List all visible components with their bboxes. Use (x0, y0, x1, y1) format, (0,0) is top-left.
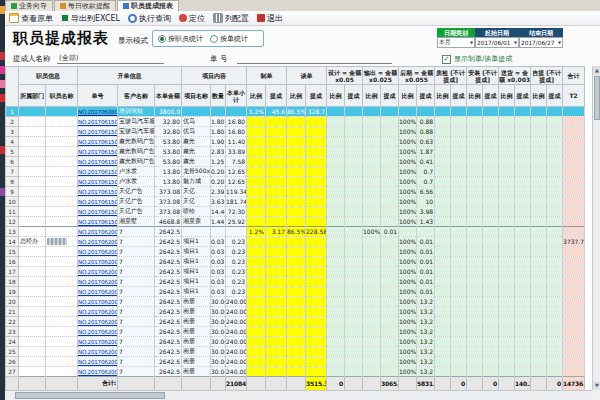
table-row[interactable]: 15NO.2017062000172642.5项目10.030.23100%0.… (6, 247, 585, 257)
scroll-up-icon[interactable]: ▲ (593, 66, 600, 75)
order-link[interactable]: NO.20170615012 (78, 149, 118, 155)
table-row[interactable]: 9NO.20170615015天亿广告373.08天亿2.39119.34100… (6, 187, 585, 197)
red-icon[interactable] (0, 146, 5, 154)
cell-num[interactable]: 14 (6, 237, 19, 247)
table-row[interactable]: 18NO.2017062000172642.5项目10.030.23100%0.… (6, 277, 585, 287)
orange-icon[interactable] (0, 6, 5, 14)
col-header-zj_t[interactable]: 提成 (451, 85, 467, 107)
cell-num[interactable]: 15 (6, 247, 19, 257)
col-header-amount[interactable]: 本单金额 (155, 85, 182, 107)
col-header-name[interactable]: 职员名称 (46, 85, 78, 107)
tab-3[interactable]: 职员提成报表 (117, 0, 179, 11)
order-link[interactable]: NO.20170620001 (78, 309, 118, 315)
order-link[interactable]: NO.20170615012 (78, 139, 118, 145)
pink-icon[interactable] (0, 80, 5, 88)
table-row[interactable]: 16NO.2017062000172642.5项目10.030.23100%0.… (6, 257, 585, 267)
table-row[interactable]: 5NO.20170615012鑫光数码广告53.80鑫光2.8333.89100… (6, 147, 585, 157)
group-header-9[interactable]: 质检 [不计提成] (435, 67, 467, 85)
col-header-hq_r[interactable]: 比例 (399, 85, 417, 107)
cell-num[interactable]: 22 (6, 317, 19, 327)
cell-num[interactable]: 5 (6, 147, 19, 157)
tab-1[interactable]: 业务向导 (5, 0, 53, 11)
order-link[interactable]: NO.20170615011 (78, 129, 118, 135)
red-icon[interactable] (0, 94, 5, 102)
date-dropdown-1[interactable]: 本月▼ (437, 37, 475, 48)
cell-num[interactable]: 1 (6, 107, 19, 117)
cell-num[interactable]: 27 (6, 367, 19, 377)
col-header-zj_r[interactable]: 比例 (435, 85, 451, 107)
group-header-3[interactable]: 项目内容 (182, 67, 247, 85)
cell-num[interactable]: 24 (6, 337, 19, 347)
cell-num[interactable]: 6 (6, 157, 19, 167)
magenta-icon[interactable] (0, 66, 5, 74)
tab-2[interactable]: 每日收款提醒 (54, 0, 116, 11)
order-link[interactable]: NO.20170620001 (78, 269, 118, 275)
col-header-item[interactable]: 项目名称 (182, 85, 211, 107)
table-row[interactable]: 26NO.2017062000172642.5画册30.00240.00100%… (6, 357, 585, 367)
table-row[interactable]: 8NO.20170615014卢水发13.80魅力城0.2012.65100%0… (6, 177, 585, 187)
cell-num[interactable]: 9 (6, 187, 19, 197)
table-row[interactable]: 7NO.20170615013卢水发13.80龙骨500x50x50.2012.… (6, 167, 585, 177)
side-dock[interactable] (0, 0, 5, 400)
col-header-sh_r[interactable]: 比例 (499, 85, 515, 107)
col-header-subtotal[interactable]: 本单小计 (226, 85, 247, 107)
horizontal-scrollbar[interactable] (5, 390, 592, 400)
order-link[interactable]: NO.20170620001 (78, 339, 118, 345)
purple-icon[interactable] (0, 188, 5, 196)
cell-num[interactable]: 2 (6, 117, 19, 127)
cell-num[interactable]: 4 (6, 137, 19, 147)
table-row[interactable]: 11NO.20170615015天亿广告373.08喷绘14.4672.3010… (6, 207, 585, 217)
order-link[interactable]: NO.20170615015 (78, 189, 118, 195)
group-header-4[interactable]: 制单 (247, 67, 287, 85)
display-mode-option-2[interactable]: 按单统计 (210, 34, 248, 44)
order-link[interactable]: NO.20170615015 (78, 199, 118, 205)
toolbar-button-excel[interactable]: 导出到EXCEL (61, 13, 120, 24)
order-link[interactable]: NO.20170615012 (78, 159, 118, 165)
group-header-6[interactable]: 设计 = 金额 x0.05 (327, 67, 363, 85)
group-header-1[interactable]: 职员信息 (19, 67, 78, 85)
red-icon[interactable] (0, 52, 5, 60)
cell-num[interactable]: 23 (6, 327, 19, 337)
table-row[interactable]: 24NO.2017062000172642.5画册30.00240.00100%… (6, 337, 585, 347)
order-link[interactable]: NO.20170620001 (78, 239, 118, 245)
person-filter-input[interactable]: (全部) (57, 53, 164, 64)
show-commission-checkbox[interactable]: ✓ 显示制单/谈单提成 (442, 54, 512, 64)
col-header-order[interactable]: 单号 (78, 85, 118, 107)
group-header-13[interactable]: 合计 (563, 67, 585, 85)
order-link[interactable]: NO.20170620001 (78, 279, 118, 285)
order-link[interactable]: NO.20170615013 (78, 169, 118, 175)
order-link[interactable]: NO.20170620001 (78, 289, 118, 295)
cell-num[interactable]: 17 (6, 267, 19, 277)
col-header-td_r[interactable]: 比例 (287, 85, 306, 107)
cell-num[interactable]: 16 (6, 257, 19, 267)
cell-num[interactable]: 18 (6, 277, 19, 287)
table-row[interactable]: 27NO.2017062000172642.5画册30.00240.00100%… (6, 367, 585, 377)
order-link[interactable]: NO.20170615014 (78, 179, 118, 185)
cell-num[interactable]: 12 (6, 217, 19, 227)
cell-num[interactable]: 13 (6, 227, 19, 237)
toolbar-button-columns[interactable]: 列配置 (213, 13, 249, 24)
col-header-zt_r[interactable]: 比例 (531, 85, 547, 107)
cell-num[interactable]: 3 (6, 127, 19, 137)
toolbar-button-document[interactable]: 查看原单 (9, 13, 53, 24)
order-link[interactable]: NO.20170615015 (78, 209, 118, 215)
table-row[interactable]: 1NO.20170608011培训驾校3800.01.2%45.686.5‰32… (6, 107, 585, 117)
toolbar-button-search[interactable]: 执行查询 (128, 13, 171, 24)
table-row[interactable]: 2NO.20170615011宝驶马汽车服务有32.80优马1.8016.801… (6, 117, 585, 127)
table-row[interactable]: 12NO.20170615017湘景墅4668.8湘景票1.4425.92100… (6, 217, 585, 227)
col-header-zt_t[interactable]: 提成 (547, 85, 563, 107)
col-header-client[interactable]: 客户名称 (118, 85, 155, 107)
table-row[interactable]: 13NO.2017062000172642.51.2%3.1786.5‰228.… (6, 227, 585, 237)
vertical-scrollbar[interactable]: ▲ ▼ (592, 66, 600, 390)
cell-num[interactable]: 25 (6, 347, 19, 357)
order-link[interactable]: NO.20170620001 (78, 349, 118, 355)
table-row[interactable]: 4NO.20170615012鑫光数码广告53.80鑫光1.9011.40100… (6, 137, 585, 147)
order-link[interactable]: NO.20170620001 (78, 259, 118, 265)
col-header-t2[interactable]: T2 (563, 85, 585, 107)
cell-num[interactable]: 21 (6, 307, 19, 317)
table-row[interactable]: 23NO.2017062000172642.5画册30.00240.00100%… (6, 327, 585, 337)
table-row[interactable]: 20NO.2017062000172642.5画册30.00240.00100%… (6, 297, 585, 307)
cell-num[interactable]: 8 (6, 177, 19, 187)
group-header-11[interactable]: 送货 = 金额 x0.003 (499, 67, 531, 85)
col-header-sj_t[interactable]: 提成 (345, 85, 363, 107)
